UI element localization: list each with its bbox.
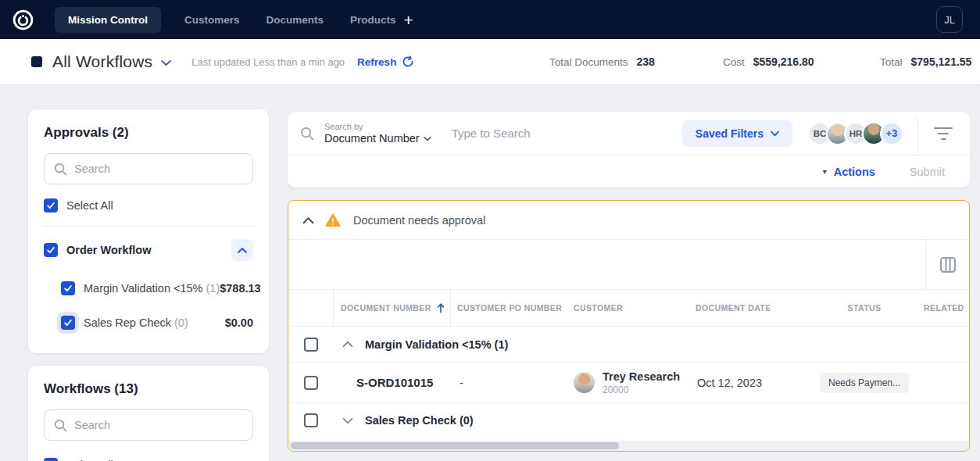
table-toolbar <box>288 240 969 290</box>
approvals-search-input[interactable] <box>74 163 243 175</box>
last-updated-text: Last updated Less than a min ago <box>191 56 345 68</box>
primary-nav: Mission Control Customers Documents Prod… <box>55 7 399 33</box>
search-by-value: Document Number <box>324 132 420 145</box>
nav-tab-mission-control[interactable]: Mission Control <box>55 7 161 33</box>
column-header-customer[interactable]: Customer <box>567 290 692 326</box>
assignee-avatar-group: BC HR +3 <box>808 122 903 145</box>
chevron-down-icon[interactable] <box>342 417 353 424</box>
chevron-up-icon[interactable] <box>342 341 353 348</box>
approval-item-amount: $0.00 <box>225 316 253 329</box>
column-header-document-number[interactable]: Document Number <box>333 290 450 326</box>
add-tab-button[interactable]: + <box>404 12 413 28</box>
customer-id: 20000 <box>603 384 680 395</box>
workflows-search <box>44 409 253 441</box>
collapse-group-button[interactable] <box>231 239 253 261</box>
actions-row: ▾ Actions Submit <box>288 155 970 188</box>
row-checkbox[interactable] <box>304 376 318 390</box>
stat-label: Total <box>880 56 903 68</box>
saved-filters-button[interactable]: Saved Filters <box>682 120 792 147</box>
margin-validation-checkbox[interactable] <box>61 281 75 295</box>
order-workflow-checkbox[interactable] <box>44 243 58 257</box>
select-all-indeterminate-checkbox[interactable] <box>44 458 58 461</box>
chevron-down-icon <box>161 59 171 66</box>
column-header-label: Status <box>848 303 882 313</box>
search-icon <box>300 127 314 141</box>
row-checkbox-cell <box>288 413 333 427</box>
stat-label: Total Documents <box>549 56 628 68</box>
column-settings-icon[interactable] <box>939 256 957 274</box>
workflows-search-input[interactable] <box>74 419 243 431</box>
row-checkbox-cell <box>288 338 333 352</box>
nav-tab-products[interactable]: Products <box>347 7 399 33</box>
stat-label: Cost <box>723 56 745 68</box>
top-navbar: Mission Control Customers Documents Prod… <box>0 0 980 39</box>
group-label: Margin Validation <15% (1) <box>365 338 508 351</box>
saved-filters-label: Saved Filters <box>696 127 764 140</box>
table-header-row: Document Number Customer PO Number Custo… <box>288 290 969 327</box>
stat-total-documents: Total Documents 238 <box>549 55 655 68</box>
approval-item-row: Margin Validation <15% (1) $788.13 <box>61 281 253 295</box>
approvals-title: Approvals (2) <box>44 125 253 141</box>
filter-icon[interactable] <box>932 127 954 140</box>
stat-cost: Cost $559,216.80 <box>723 55 814 68</box>
page-header: All Workflows Last updated Less than a m… <box>0 39 980 84</box>
stat-value: $795,121.55 <box>911 55 972 68</box>
approval-item-label: Sales Rep Check <box>84 316 171 329</box>
select-all-label: Select All <box>66 199 113 212</box>
refresh-label: Refresh <box>357 56 396 68</box>
search-icon <box>54 419 67 432</box>
column-header-document-date[interactable]: Document Date <box>692 290 810 326</box>
divider <box>44 226 253 227</box>
columns-cell <box>925 240 969 289</box>
submit-button[interactable]: Submit <box>910 166 945 178</box>
order-workflow-label: Order Workflow <box>66 244 152 256</box>
approval-item-count: (1) <box>206 282 220 295</box>
workflows-title: Workflows (13) <box>44 381 253 397</box>
table-row[interactable]: S-ORD101015 - Trey Research 20000 Oct 12… <box>288 363 969 403</box>
sort-ascending-icon <box>436 302 445 313</box>
chevron-down-icon <box>424 136 431 141</box>
approval-item-count: (0) <box>174 316 188 329</box>
document-search-input[interactable] <box>452 127 682 140</box>
column-header-status[interactable]: Status <box>810 290 919 326</box>
column-header-customer-po-number[interactable]: Customer PO Number <box>450 290 567 326</box>
document-date-cell: Oct 12, 2023 <box>692 377 810 389</box>
document-number-cell: S-ORD101015 <box>333 376 450 389</box>
search-icon <box>54 163 67 176</box>
column-header-label: Document Number <box>341 303 431 313</box>
nav-tab-documents[interactable]: Documents <box>263 7 327 33</box>
search-by-dropdown[interactable]: Search by Document Number <box>324 122 431 145</box>
column-header-related[interactable]: Related <box>919 290 969 326</box>
actions-dropdown[interactable]: ▾ Actions <box>823 166 875 178</box>
approval-alert-banner: Document needs approval <box>288 201 969 240</box>
user-avatar[interactable]: JL <box>936 6 963 33</box>
order-workflow-row: Order Workflow <box>44 239 253 261</box>
refresh-button[interactable]: Refresh <box>357 55 414 68</box>
approval-item-amount: $788.13 <box>220 282 260 295</box>
horizontal-scrollbar[interactable] <box>288 441 969 451</box>
status-cell: Needs Paymen... <box>810 373 919 393</box>
row-checkbox[interactable] <box>304 338 318 352</box>
avatar-overflow-count[interactable]: +3 <box>880 122 903 145</box>
scrollbar-thumb[interactable] <box>291 442 619 449</box>
customer-name: Trey Research <box>603 370 680 383</box>
brand-logo-icon[interactable] <box>11 8 34 31</box>
collapse-alert-icon[interactable] <box>302 216 314 224</box>
approvals-panel: Approvals (2) Select All Order Workflow … <box>28 109 269 353</box>
status-badge: Needs Paymen... <box>820 373 909 393</box>
refresh-icon <box>402 55 414 68</box>
approval-item-row: Sales Rep Check (0) $0.00 <box>61 316 253 330</box>
column-header-label: Customer <box>574 303 623 313</box>
row-checkbox[interactable] <box>304 413 318 427</box>
select-all-checkbox[interactable] <box>44 198 58 213</box>
customer-avatar <box>574 372 595 393</box>
caret-down-icon: ▾ <box>823 167 827 176</box>
approval-item-label: Margin Validation <15% <box>84 282 202 295</box>
page-title: All Workflows <box>52 52 152 71</box>
workflow-selector[interactable]: All Workflows <box>31 52 171 71</box>
search-by-caption: Search by <box>324 122 431 131</box>
workflows-panel: Workflows (13) Select All <box>28 366 269 461</box>
stat-value: $559,216.80 <box>753 55 814 68</box>
nav-tab-customers[interactable]: Customers <box>181 7 243 33</box>
sales-rep-check-checkbox[interactable] <box>61 316 75 330</box>
